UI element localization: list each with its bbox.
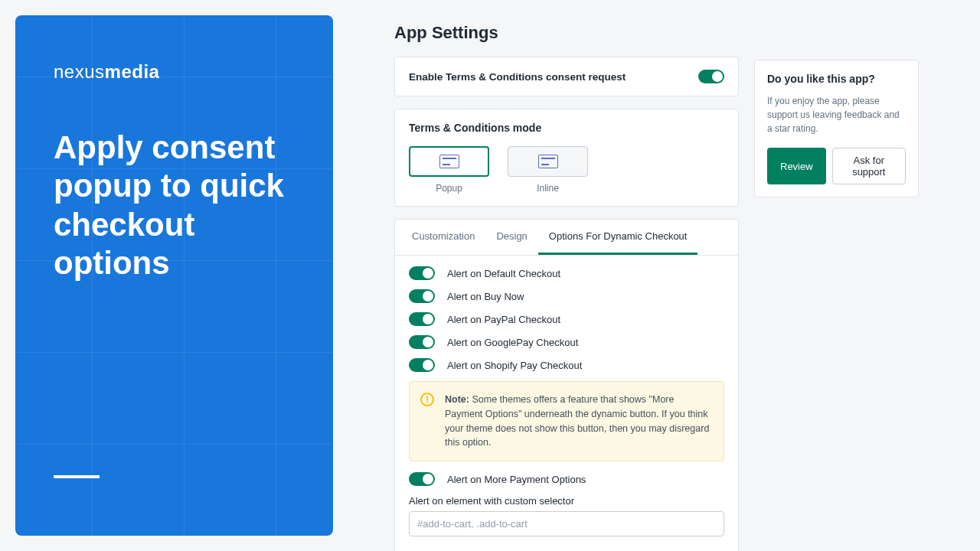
mode-heading: Terms & Conditions mode (409, 122, 724, 134)
brand-logo: nexusmedia (54, 61, 295, 83)
popup-icon (439, 155, 459, 168)
support-button[interactable]: Ask for support (832, 148, 906, 184)
toggle-more-payment[interactable] (409, 472, 435, 486)
main-content: App Settings Enable Terms & Conditions c… (348, 0, 980, 551)
note-prefix: Note: (445, 394, 469, 405)
mode-card: Terms & Conditions mode Popup Inline (394, 109, 739, 207)
brand-thin: nexus (54, 61, 105, 82)
label-default-checkout: Alert on Default Checkout (447, 268, 560, 279)
tab-design[interactable]: Design (485, 220, 537, 255)
promo-card: nexusmedia Apply consent popup to quick … (15, 15, 333, 536)
label-buy-now: Alert on Buy Now (447, 291, 524, 302)
mode-option-popup[interactable]: Popup (409, 146, 489, 194)
center-column: App Settings Enable Terms & Conditions c… (394, 23, 739, 536)
brand-bold: media (105, 61, 160, 82)
label-shopify-pay: Alert on Shopify Pay Checkout (447, 360, 582, 371)
feedback-text: If you enjoy the app, please support us … (767, 94, 906, 135)
right-column: Do you like this app? If you enjoy the a… (754, 23, 919, 536)
enable-card: Enable Terms & Conditions consent reques… (394, 57, 739, 96)
mode-inline-label: Inline (537, 183, 559, 194)
mode-popup-label: Popup (436, 183, 462, 194)
inline-icon (538, 155, 558, 168)
promo-headline: Apply consent popup to quick checkout op… (54, 129, 295, 283)
note-text: Some themes offers a feature that shows … (445, 394, 709, 448)
custom-selector-input[interactable] (409, 511, 724, 536)
tabs: Customization Design Options For Dynamic… (395, 220, 738, 256)
toggle-paypal[interactable] (409, 312, 435, 326)
page-title: App Settings (394, 23, 739, 43)
mode-option-inline[interactable]: Inline (508, 146, 588, 194)
enable-toggle[interactable] (698, 70, 724, 83)
underline-bar (54, 475, 100, 478)
enable-label: Enable Terms & Conditions consent reques… (409, 71, 626, 83)
review-button[interactable]: Review (767, 148, 826, 184)
toggle-googlepay[interactable] (409, 335, 435, 349)
label-googlepay: Alert on GooglePay Checkout (447, 337, 578, 348)
warning-icon: ! (420, 393, 434, 406)
label-paypal: Alert on PayPal Checkout (447, 314, 560, 325)
label-more-payment: Alert on More Payment Options (447, 474, 586, 485)
options-card: Customization Design Options For Dynamic… (394, 219, 739, 551)
tab-customization[interactable]: Customization (401, 220, 485, 255)
toggle-buy-now[interactable] (409, 289, 435, 303)
toggle-default-checkout[interactable] (409, 266, 435, 280)
custom-selector-label: Alert on element with custom selector (409, 495, 724, 507)
note-box: ! Note: Some themes offers a feature tha… (409, 381, 724, 461)
feedback-card: Do you like this app? If you enjoy the a… (754, 60, 919, 197)
tab-dynamic-checkout[interactable]: Options For Dynamic Checkout (538, 220, 698, 255)
feedback-title: Do you like this app? (767, 73, 906, 85)
promo-panel: nexusmedia Apply consent popup to quick … (0, 0, 348, 551)
toggle-shopify-pay[interactable] (409, 358, 435, 372)
